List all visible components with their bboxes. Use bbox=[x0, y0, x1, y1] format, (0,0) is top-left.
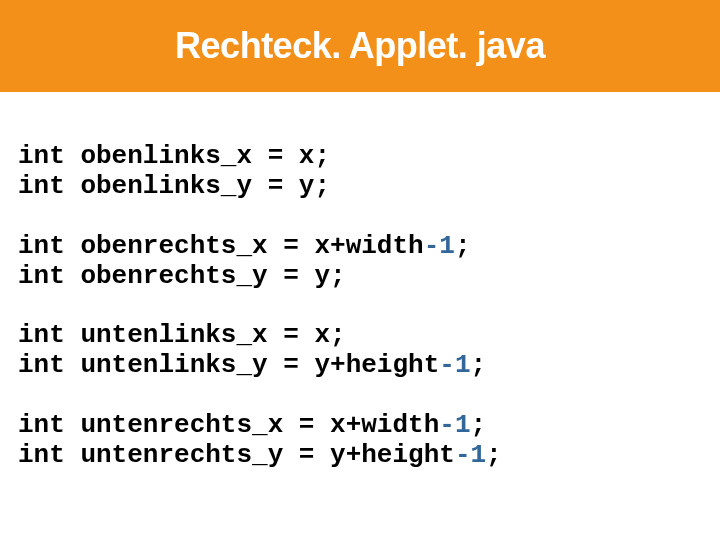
code-number: -1 bbox=[424, 231, 455, 261]
code-number: -1 bbox=[439, 410, 470, 440]
title-bar: Rechteck. Applet. java bbox=[0, 0, 720, 92]
code-number: -1 bbox=[455, 440, 486, 470]
code-punct: ; bbox=[455, 231, 471, 261]
code-line: int obenrechts_x = x+width bbox=[18, 231, 424, 261]
code-line: int untenrechts_y = y+height bbox=[18, 440, 455, 470]
code-line: int untenlinks_x = x; bbox=[18, 320, 346, 350]
code-line: int obenrechts_y = y; bbox=[18, 261, 346, 291]
code-area: int obenlinks_x = x; int obenlinks_y = y… bbox=[0, 92, 720, 471]
code-block-4: int untenrechts_x = x+width-1; int unten… bbox=[18, 411, 702, 471]
code-line: int obenlinks_y = y; bbox=[18, 171, 330, 201]
code-number: -1 bbox=[439, 350, 470, 380]
code-block-1: int obenlinks_x = x; int obenlinks_y = y… bbox=[18, 142, 702, 202]
code-line: int obenlinks_x = x; bbox=[18, 141, 330, 171]
code-punct: ; bbox=[486, 440, 502, 470]
code-block-3: int untenlinks_x = x; int untenlinks_y =… bbox=[18, 321, 702, 381]
slide-title: Rechteck. Applet. java bbox=[175, 25, 545, 67]
code-punct: ; bbox=[471, 350, 487, 380]
code-line: int untenlinks_y = y+height bbox=[18, 350, 439, 380]
slide: Rechteck. Applet. java int obenlinks_x =… bbox=[0, 0, 720, 540]
code-line: int untenrechts_x = x+width bbox=[18, 410, 439, 440]
code-punct: ; bbox=[471, 410, 487, 440]
code-block-2: int obenrechts_x = x+width-1; int obenre… bbox=[18, 232, 702, 292]
